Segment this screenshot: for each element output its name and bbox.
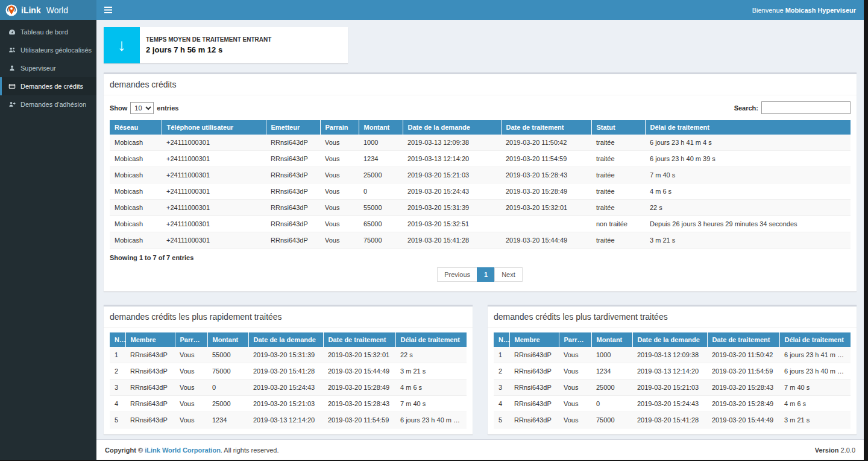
content-wrapper: ↓ TEMPS MOYEN DE TRAITEMENT ENTRANT 2 jo… [96,20,864,460]
column-header[interactable]: Parrain [320,120,359,135]
table-cell: 2019-03-20 15:44:49 [707,412,779,428]
table-cell: 2019-03-20 15:24:43 [248,380,323,396]
app-window: iLinkWorld BienvenueMobicash Hyperviseur [0,0,864,460]
column-header[interactable]: Montant [207,332,248,347]
table-row: Mobicash+24111000301RRnsi643dPVous650002… [110,216,851,232]
rights-text: . All rights reserved. [221,447,279,454]
table-cell: 22 s [645,200,851,216]
table-cell: 1000 [591,347,632,363]
main-header: iLinkWorld BienvenueMobicash Hyperviseur [0,0,864,20]
table-cell: 2019-03-20 15:28:49 [707,396,779,412]
column-header[interactable]: N° [110,332,125,347]
column-header[interactable]: Membre [509,332,559,347]
box-body: N°MembreParrainMontantDate de la demande… [488,328,857,434]
table-cell: 65000 [359,216,403,232]
sidebar-item-superviseur[interactable]: Superviseur [0,59,96,77]
info-box-label: TEMPS MOYEN DE TRAITEMENT ENTRANT [146,36,271,43]
table-cell: 4 [110,396,125,412]
table-cell: RRnsi643dP [266,167,320,183]
table-cell: RRnsi643dP [266,200,320,216]
table-row: 1RRnsi643dPVous550002019-03-20 15:31:392… [110,347,467,363]
column-header[interactable]: Date de la demande [248,332,323,347]
box-title: demandes crédits les plus rapidement tra… [110,312,282,322]
sidebar-item-label: Demandes de crédits [20,83,83,90]
table-cell: Mobicash [110,151,162,167]
bottom-boxes-row: demandes crédits les plus rapidement tra… [104,305,857,439]
credit-card-icon [8,83,16,90]
table-cell: 6 jours 23 h 40 m 39 s [645,151,851,167]
header-row: RéseauTéléphone utilisateurEmetteurParra… [110,120,851,135]
previous-page-button[interactable]: Previous [437,267,477,282]
table-cell: Mobicash [110,135,162,151]
column-header[interactable]: Date de traitement [323,332,395,347]
column-header[interactable]: Date de traitement [501,120,591,135]
sidebar-toggle-button[interactable] [96,0,120,20]
fastest-processed-box: demandes crédits les plus rapidement tra… [104,305,473,434]
page-length-select[interactable]: 10 [130,102,154,114]
dashboard-icon [8,28,16,36]
table-cell: RRnsi643dP [125,412,175,428]
column-header[interactable]: Date de traitement [707,332,779,347]
table-cell: traitée [591,151,645,167]
table-cell: 2019-03-20 11:50:42 [501,135,591,151]
table-cell: Mobicash [110,232,162,249]
table-cell: 1 [494,347,509,363]
table-cell: 2019-03-20 11:54:59 [707,363,779,380]
column-header[interactable]: N° [494,332,509,347]
page-1-button[interactable]: 1 [477,267,495,282]
sidebar-item-tableau-de-bord[interactable]: Tableau de bord [0,23,96,41]
box-title: demandes crédits les plus tardivement tr… [494,312,668,322]
table-cell: 1234 [359,151,403,167]
brand-logo[interactable]: iLinkWorld [0,0,96,20]
table-cell: RRnsi643dP [125,380,175,396]
table-cell: 2019-03-13 12:14:20 [403,151,501,167]
column-header[interactable]: Montant [591,332,632,347]
table-cell: Vous [320,135,359,151]
table-cell: Vous [559,347,591,363]
table-row: 2RRnsi643dPVous750002019-03-20 15:41:282… [110,363,467,380]
table-cell: RRnsi643dP [509,396,559,412]
column-header[interactable]: Statut [591,120,645,135]
table-cell: 2019-03-20 15:32:01 [323,347,395,363]
table-row: Mobicash+24111000301RRnsi643dPVous123420… [110,151,851,167]
table-row: 5RRnsi643dPVous750002019-03-20 15:41:282… [494,412,851,428]
sidebar-item-demandes-de-credits[interactable]: Demandes de crédits [0,77,96,95]
sidebar-item-demandes-adhesion[interactable]: Demandes d'adhésion [0,95,96,113]
table-cell: 2 [110,363,125,380]
column-header[interactable]: Délai de traitement [779,332,851,347]
column-header[interactable]: Téléphone utilisateur [162,120,266,135]
table-cell: 1000 [359,135,403,151]
column-header[interactable]: Parrain [559,332,591,347]
table-cell: Mobicash [110,183,162,200]
table-cell: 4 m 6 s [395,380,467,396]
column-header[interactable]: Date de la demande [403,120,501,135]
table-cell: 2019-03-13 12:09:38 [632,347,707,363]
search-input[interactable] [761,101,851,114]
column-header[interactable]: Membre [125,332,175,347]
table-cell: 25000 [207,396,248,412]
column-header[interactable]: Parrain [175,332,207,347]
table-row: 3RRnsi643dPVous02019-03-20 15:24:432019-… [110,380,467,396]
table-cell: RRnsi643dP [266,183,320,200]
sidebar-item-utilisateurs-geolocalises[interactable]: Utilisateurs géolocalisés [0,41,96,59]
top-navbar: BienvenueMobicash Hyperviseur [96,0,864,20]
table-cell: 2019-03-20 15:24:43 [403,183,501,200]
company-link[interactable]: iLink World Corporation [145,447,221,454]
column-header[interactable]: Réseau [110,120,162,135]
show-label: Show [110,104,127,112]
table-body: Mobicash+24111000301RRnsi643dPVous100020… [110,135,851,249]
box-body: N°MembreParrainMontantDate de la demande… [104,328,473,434]
table-cell: Vous [559,412,591,428]
column-header[interactable]: Montant [359,120,403,135]
column-header[interactable]: Délai de traitement [395,332,467,347]
table-cell: non traitée [591,216,645,232]
table-cell: RRnsi643dP [266,216,320,232]
column-header[interactable]: Emetteur [266,120,320,135]
table-cell: traitée [591,167,645,183]
column-header[interactable]: Délai de traitement [645,120,851,135]
hamburger-icon [104,5,112,16]
next-page-button[interactable]: Next [494,267,523,282]
column-header[interactable]: Date de la demande [632,332,707,347]
table-cell: 2 [494,363,509,380]
table-cell: 4 m 6 s [779,396,851,412]
